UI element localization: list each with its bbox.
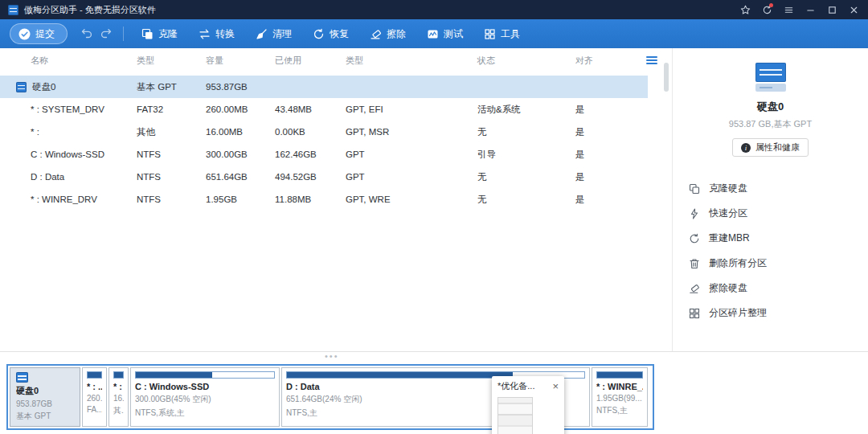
cell-fs: 其他 [137,126,206,138]
column-header-used[interactable]: 已使用 [275,55,346,67]
cell-name: * : SYSTEM_DRV [16,104,137,114]
recover-icon [313,28,325,40]
disk-icon [16,82,27,92]
column-header-status[interactable]: 状态 [477,55,575,67]
undo-icon [80,28,93,39]
action-clone-disk[interactable]: 克隆硬盘 [689,176,868,201]
disk0-block[interactable]: 硬盘0 953.87GB 基本 GPT [10,367,80,427]
action-wipe-disk[interactable]: 擦除硬盘 [689,276,868,301]
close-button[interactable] [843,0,865,19]
toolbar: 提交 克隆 转换 清理 恢复 擦除 测试 [0,19,868,48]
table-row-c-drive[interactable]: C : Windows-SSD NTFS 300.00GB 162.46GB G… [0,143,648,166]
redo-icon [100,28,113,39]
menu-icon[interactable] [778,0,800,19]
disk-map-panel: ••• 硬盘0 953.87GB 基本 GPT * : ... 260... F… [0,351,868,434]
convert-icon [199,28,211,40]
undo-button[interactable] [77,23,96,44]
cell-fs: NTFS [137,149,206,159]
table-row-d-drive[interactable]: D : Data NTFS 651.64GB 494.52GB GPT 无 是 [0,166,648,188]
favorite-star-icon[interactable] [735,0,756,19]
eraser-icon [370,28,382,40]
sidebar-disk-info: 953.87 GB,基本 GPT [729,118,812,130]
column-header-type[interactable]: 类型 [346,55,477,67]
toolbar-button-clean[interactable]: 清理 [245,19,302,48]
toolbar-button-recover[interactable]: 恢复 [302,19,359,48]
cell-status: 无 [477,126,575,138]
partition-block-winre[interactable]: * : WINRE_... 1.95GB(99... NTFS,主 [592,367,648,427]
cell-capacity: 16.00MB [206,127,275,137]
cell-type: GPT, WRE [346,194,477,204]
table-rows: 硬盘0 基本 GPT 953.87GB * : SYSTEM_DRV FAT32… [0,76,672,211]
tools-grid-icon [484,28,496,40]
cell-name: C : Windows-SSD [16,149,137,159]
table-row-winre-drv[interactable]: * : WINRE_DRV NTFS 1.95GB 11.88MB GPT, W… [0,188,648,211]
usage-bar [113,371,124,379]
cell-fs: NTFS [137,172,206,182]
cell-name: D : Data [16,172,137,182]
partition-block-msr[interactable]: * : 16... 其... [108,367,129,427]
clone-disk-icon [689,183,700,194]
app-window: 傲梅分区助手 - 免费无损分区软件 [0,0,868,434]
cell-alignment: 是 [575,104,624,116]
usage-bar [87,371,102,379]
cell-used: 494.52GB [275,172,346,182]
action-defragment[interactable]: 分区碎片整理 [689,301,868,326]
cell-used: 11.88MB [275,194,346,204]
action-rebuild-mbr[interactable]: 重建MBR [689,226,868,251]
cell-capacity: 300.00GB [206,149,275,159]
panel-resize-handle[interactable]: ••• [325,352,339,360]
view-options-icon[interactable] [646,56,657,65]
wipe-eraser-icon [689,283,700,294]
cell-capacity: 1.95GB [206,194,275,204]
main-area: 名称 类型 容量 已使用 类型 状态 对齐 硬盘0 基本 GPT 953.87G… [0,48,868,351]
toolbar-button-convert[interactable]: 转换 [188,19,245,48]
update-icon[interactable] [756,0,778,19]
table-row-msr[interactable]: * : 其他 16.00MB 0.00KB GPT, MSR 无 是 [0,121,648,143]
cell-capacity: 953.87GB [206,82,275,92]
popup-thumbnail[interactable] [497,397,533,434]
rebuild-refresh-icon [689,233,700,244]
column-header-fs[interactable]: 类型 [137,55,206,67]
maximize-button[interactable] [821,0,843,19]
cell-alignment: 是 [575,126,624,138]
table-row-system-drv[interactable]: * : SYSTEM_DRV FAT32 260.00MB 43.48MB GP… [0,98,648,121]
column-header-alignment[interactable]: 对齐 [575,55,624,67]
submit-button[interactable]: 提交 [10,23,68,44]
clean-icon [256,28,268,40]
cell-type: GPT [346,172,477,182]
lightning-icon [689,208,700,219]
toolbar-button-wipe[interactable]: 擦除 [359,19,416,48]
table-header: 名称 类型 容量 已使用 类型 状态 对齐 [0,50,665,71]
table-scrollbar[interactable] [664,63,669,92]
minimize-button[interactable] [800,0,821,19]
cell-type: GPT, EFI [346,104,477,114]
redo-button[interactable] [96,23,116,44]
sidebar-actions: 克隆硬盘 快速分区 重建MBR 删除所有分区 擦除硬盘 [673,176,868,326]
sidebar: 硬盘0 953.87 GB,基本 GPT i 属性和健康 克隆硬盘 快速分区 重… [672,48,868,351]
partition-block-c-drive[interactable]: C : Windows-SSD 300.00GB(45% 空闲) NTFS,系统… [130,367,280,427]
popup-close-icon[interactable]: × [552,382,559,391]
partition-table: 名称 类型 容量 已使用 类型 状态 对齐 硬盘0 基本 GPT 953.87G… [0,48,672,351]
toolbar-button-clone[interactable]: 克隆 [131,19,188,48]
cell-name: * : [16,127,137,137]
check-circle-icon [18,28,31,40]
usage-bar [596,371,643,379]
notification-dot [769,3,773,7]
partition-block-system-drv[interactable]: * : ... 260... FA... [82,367,107,427]
cell-capacity: 260.00MB [206,104,275,114]
table-row-disk0[interactable]: 硬盘0 基本 GPT 953.87GB [0,76,648,98]
toolbar-button-test[interactable]: 测试 [416,19,473,48]
properties-health-button[interactable]: i 属性和健康 [732,138,809,157]
notification-popup: *优化备... × [492,376,564,434]
cell-status: 无 [477,194,575,206]
column-header-name[interactable]: 名称 [16,55,137,67]
action-delete-all-partitions[interactable]: 删除所有分区 [689,251,868,276]
toolbar-button-tools[interactable]: 工具 [473,19,530,48]
cell-name: 硬盘0 [32,81,55,93]
action-quick-partition[interactable]: 快速分区 [689,201,868,226]
popup-title: *优化备... [497,380,534,392]
cell-fs: FAT32 [137,104,206,114]
sidebar-disk-name: 硬盘0 [757,100,784,114]
column-header-capacity[interactable]: 容量 [206,55,275,67]
app-logo-icon [8,5,18,15]
